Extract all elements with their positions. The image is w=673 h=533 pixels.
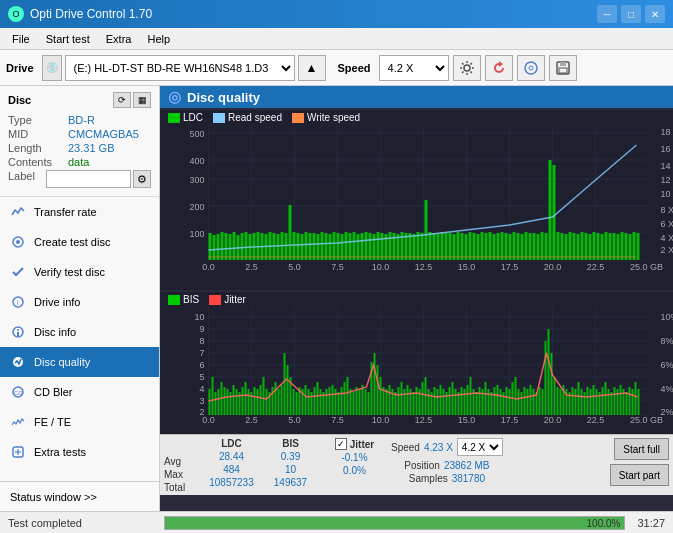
start-full-button[interactable]: Start full bbox=[614, 438, 669, 460]
jitter-checkbox[interactable]: ✓ bbox=[335, 438, 347, 450]
svg-rect-94 bbox=[341, 234, 344, 260]
svg-rect-260 bbox=[347, 377, 349, 415]
sidebar-item-verify-test-disc[interactable]: Verify test disc bbox=[0, 257, 159, 287]
jitter-color bbox=[209, 295, 221, 305]
menu-start-test[interactable]: Start test bbox=[38, 31, 98, 47]
svg-rect-335 bbox=[572, 387, 574, 415]
svg-rect-97 bbox=[353, 232, 356, 260]
mid-label: MID bbox=[8, 128, 68, 140]
status-window-button[interactable]: Status window >> bbox=[0, 481, 159, 511]
jitter-avg-val: -0.1% bbox=[341, 452, 367, 463]
svg-rect-278 bbox=[401, 382, 403, 415]
disc-button[interactable] bbox=[517, 55, 545, 81]
disc-icon-1[interactable]: ⟳ bbox=[113, 92, 131, 108]
sidebar-item-create-test-disc[interactable]: Create test disc bbox=[0, 227, 159, 257]
refresh-button[interactable] bbox=[485, 55, 513, 81]
svg-rect-345 bbox=[602, 387, 604, 415]
disc-icon-2[interactable]: ▦ bbox=[133, 92, 151, 108]
speed-dropdown[interactable]: 4.2 X bbox=[457, 438, 503, 456]
jitter-label: Jitter bbox=[224, 294, 246, 305]
svg-rect-147 bbox=[553, 165, 556, 260]
sidebar-item-disc-quality[interactable]: Disc quality bbox=[0, 347, 159, 377]
svg-rect-236 bbox=[275, 382, 277, 415]
extra-tests-label: Extra tests bbox=[34, 446, 86, 458]
maximize-button[interactable]: □ bbox=[621, 5, 641, 23]
speed-val: 4.23 X bbox=[424, 442, 453, 453]
svg-rect-310 bbox=[497, 385, 499, 415]
speed-selector[interactable]: 4.2 X bbox=[379, 55, 449, 81]
svg-rect-350 bbox=[617, 389, 619, 415]
minimize-button[interactable]: ─ bbox=[597, 5, 617, 23]
sidebar-item-fe-te[interactable]: FE / TE bbox=[0, 407, 159, 437]
position-label: Position bbox=[404, 460, 440, 471]
sidebar-item-extra-tests[interactable]: Extra tests bbox=[0, 437, 159, 467]
stats-grid: Avg Max Total LDC 28.44 484 10857233 BIS… bbox=[164, 438, 669, 493]
content-area: ◎ Disc quality LDC Read speed Write spee… bbox=[160, 86, 673, 511]
svg-rect-246 bbox=[305, 385, 307, 415]
svg-text:200: 200 bbox=[189, 202, 204, 212]
menu-help[interactable]: Help bbox=[139, 31, 178, 47]
svg-rect-295 bbox=[452, 382, 454, 415]
cd-bler-label: CD Bler bbox=[34, 386, 73, 398]
svg-point-1 bbox=[525, 62, 537, 74]
svg-text:0.0: 0.0 bbox=[202, 262, 215, 272]
svg-rect-225 bbox=[242, 387, 244, 415]
svg-rect-141 bbox=[529, 233, 532, 260]
svg-text:3: 3 bbox=[199, 396, 204, 406]
label-edit-button[interactable]: ⚙ bbox=[133, 170, 151, 188]
length-value: 23.31 GB bbox=[68, 142, 114, 154]
disc-quality-dq-icon: ◎ bbox=[168, 88, 181, 106]
drive-info-label: Drive info bbox=[34, 296, 80, 308]
svg-text:0.0: 0.0 bbox=[202, 415, 215, 425]
disc-panel: Disc ⟳ ▦ Type BD-R MID CMCMAGBA5 Length … bbox=[0, 86, 159, 197]
svg-rect-325 bbox=[542, 389, 544, 415]
settings-button[interactable] bbox=[453, 55, 481, 81]
svg-rect-126 bbox=[469, 232, 472, 260]
start-part-button[interactable]: Start part bbox=[610, 464, 669, 486]
svg-text:15.0: 15.0 bbox=[458, 262, 476, 272]
save-button[interactable] bbox=[549, 55, 577, 81]
svg-rect-227 bbox=[248, 389, 250, 415]
svg-rect-98 bbox=[357, 234, 360, 260]
svg-rect-67 bbox=[233, 232, 236, 260]
svg-text:17.5: 17.5 bbox=[501, 262, 519, 272]
svg-rect-99 bbox=[361, 233, 364, 260]
svg-rect-301 bbox=[470, 377, 472, 415]
write-speed-color bbox=[292, 113, 304, 123]
menu-bar: File Start test Extra Help bbox=[0, 28, 673, 50]
menu-extra[interactable]: Extra bbox=[98, 31, 140, 47]
svg-text:9: 9 bbox=[199, 324, 204, 334]
svg-rect-152 bbox=[573, 233, 576, 260]
sidebar-item-disc-info[interactable]: Disc info bbox=[0, 317, 159, 347]
svg-text:20.0: 20.0 bbox=[544, 262, 562, 272]
menu-file[interactable]: File bbox=[4, 31, 38, 47]
svg-rect-247 bbox=[308, 389, 310, 415]
contents-label: Contents bbox=[8, 156, 68, 168]
svg-rect-286 bbox=[425, 377, 427, 415]
eject-button[interactable]: ▲ bbox=[298, 55, 326, 81]
svg-rect-242 bbox=[293, 389, 295, 415]
svg-text:2.5: 2.5 bbox=[245, 415, 258, 425]
svg-rect-313 bbox=[506, 387, 508, 415]
svg-rect-125 bbox=[465, 234, 468, 260]
disc-header: Disc ⟳ ▦ bbox=[8, 92, 151, 108]
close-button[interactable]: ✕ bbox=[645, 5, 665, 23]
svg-rect-102 bbox=[373, 234, 376, 260]
svg-rect-149 bbox=[561, 233, 564, 260]
svg-rect-329 bbox=[554, 377, 556, 415]
svg-rect-162 bbox=[613, 233, 616, 260]
sidebar-item-drive-info[interactable]: i Drive info bbox=[0, 287, 159, 317]
create-test-disc-label: Create test disc bbox=[34, 236, 110, 248]
svg-rect-61 bbox=[209, 233, 212, 260]
svg-text:25.0 GB: 25.0 GB bbox=[630, 262, 663, 272]
svg-rect-166 bbox=[629, 234, 632, 260]
speed-label: Speed bbox=[338, 62, 371, 74]
svg-text:12 X: 12 X bbox=[661, 175, 674, 185]
svg-text:15.0: 15.0 bbox=[458, 415, 476, 425]
drive-selector[interactable]: (E:) HL-DT-ST BD-RE WH16NS48 1.D3 bbox=[65, 55, 295, 81]
sidebar-item-transfer-rate[interactable]: Transfer rate bbox=[0, 197, 159, 227]
label-input[interactable] bbox=[46, 170, 131, 188]
svg-rect-131 bbox=[489, 232, 492, 260]
disc-info-icon bbox=[10, 324, 26, 340]
sidebar-item-cd-bler[interactable]: CD CD Bler bbox=[0, 377, 159, 407]
